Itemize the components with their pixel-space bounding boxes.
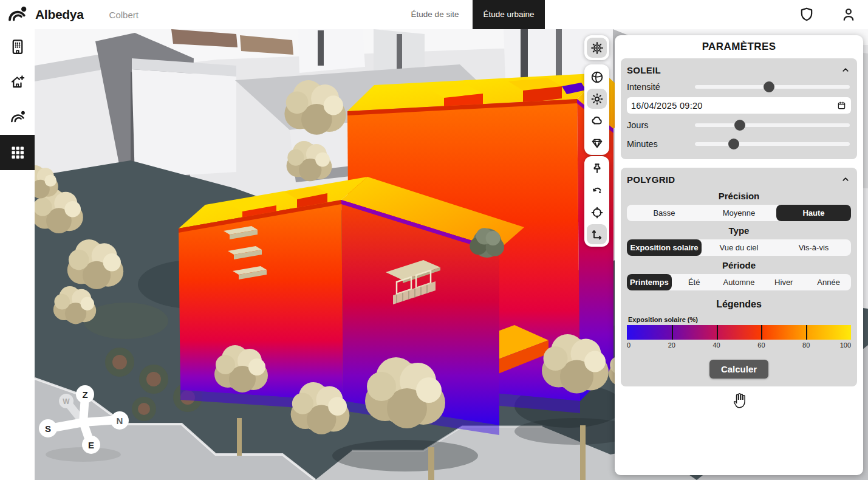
- tab-etude-urbaine[interactable]: Étude urbaine: [473, 0, 545, 29]
- heat-building-front: [179, 177, 524, 435]
- brand-name: Albedya: [35, 7, 84, 22]
- precision-segmented-control: BasseMoyenneHaute: [627, 205, 851, 221]
- parameters-panel: PARAMÈTRES SOLEIL Intensité 16/04/2025 0…: [615, 35, 863, 475]
- segment-option[interactable]: Exposition solaire: [627, 239, 702, 256]
- legend-tick-label: 20: [668, 341, 675, 349]
- building-icon: [9, 38, 27, 56]
- top-bar: Albedya Colbert Étude de site Étude urba…: [0, 0, 868, 29]
- grid-icon: [9, 144, 26, 161]
- gem-icon-button[interactable]: [587, 132, 607, 153]
- calculer-button[interactable]: Calculer: [709, 360, 768, 379]
- axes-icon: [590, 227, 604, 242]
- albedya-logo-icon: [8, 108, 27, 127]
- legend-title: Légendes: [627, 299, 851, 310]
- periode-segmented-control: PrintempsÉtéAutomneHiverAnnée: [627, 274, 851, 290]
- segment-option[interactable]: Automne: [717, 274, 762, 290]
- segment-option[interactable]: Moyenne: [702, 205, 776, 221]
- cloud-icon: [590, 114, 604, 128]
- legend-tick-label: 40: [713, 341, 720, 349]
- sidebar-item-grid[interactable]: [0, 135, 35, 170]
- gear-icon: [590, 41, 604, 55]
- legend-tick-label: 0: [627, 341, 630, 349]
- legend-tick-line: [761, 325, 762, 340]
- compass-north: N: [117, 416, 123, 426]
- compass-west: W: [63, 397, 70, 406]
- pin-icon: [590, 162, 604, 176]
- segment-option[interactable]: Hiver: [761, 274, 806, 290]
- soleil-title: SOLEIL: [627, 65, 661, 75]
- sidebar-item-building[interactable]: [0, 29, 35, 64]
- calendar-icon[interactable]: [836, 100, 847, 111]
- type-label: Type: [627, 225, 851, 236]
- sun-button[interactable]: [587, 89, 607, 109]
- segment-option[interactable]: Vue du ciel: [702, 239, 776, 256]
- legend-tick-label: 100: [840, 341, 851, 349]
- project-name: Colbert: [109, 10, 138, 20]
- brand: Albedya: [0, 2, 84, 27]
- legend-gradient-bar: [627, 325, 851, 340]
- segment-option[interactable]: Haute: [776, 205, 851, 221]
- gem-icon: [590, 135, 604, 150]
- albedya-logo-icon: [5, 2, 29, 27]
- legend-tick-labels: 020406080100: [627, 341, 851, 350]
- type-segmented-control: Exposition solaireVue du cielVis-à-vis: [627, 239, 851, 256]
- chevron-up-icon[interactable]: [840, 64, 851, 75]
- compass-south: S: [45, 423, 51, 434]
- legend-scale-label: Exposition solaire (%): [628, 316, 851, 323]
- settings-button[interactable]: [587, 38, 607, 58]
- datetime-input[interactable]: 16/04/2025 09:20: [627, 97, 851, 114]
- legend-tick-label: 60: [757, 341, 765, 349]
- intensity-slider[interactable]: [695, 85, 850, 89]
- legend-tick-line: [672, 325, 673, 340]
- toolbar-group-environment: [584, 64, 609, 155]
- left-sidebar: [0, 29, 35, 480]
- legend-tick-label: 80: [802, 341, 810, 349]
- compass-east: E: [88, 440, 94, 450]
- slider-thumb[interactable]: [728, 139, 739, 149]
- slider-thumb[interactable]: [734, 120, 745, 131]
- precision-label: Précision: [627, 191, 851, 201]
- cloud-button[interactable]: [587, 111, 607, 131]
- sidebar-item-albedya[interactable]: [0, 100, 35, 135]
- target-icon: [590, 205, 604, 220]
- segment-option[interactable]: Vis-à-vis: [776, 239, 851, 256]
- segment-option[interactable]: Basse: [627, 205, 702, 221]
- undo-button[interactable]: [587, 180, 607, 201]
- datetime-value: 16/04/2025 09:20: [631, 101, 836, 111]
- minutes-label: Minutes: [627, 139, 695, 149]
- section-polygrid: POLYGRID Précision BasseMoyenneHaute Typ…: [621, 168, 857, 386]
- slider-thumb[interactable]: [764, 81, 774, 92]
- house-add-icon: [9, 73, 27, 91]
- segment-option[interactable]: Été: [672, 274, 717, 290]
- pin-button[interactable]: [587, 159, 607, 179]
- segment-option[interactable]: Printemps: [627, 274, 672, 290]
- legend-tick-line: [806, 325, 807, 340]
- shield-icon[interactable]: [798, 6, 815, 23]
- section-soleil: SOLEIL Intensité 16/04/2025 09:20 Jours …: [621, 58, 857, 159]
- toolbar-group-settings: [584, 35, 609, 60]
- sidebar-item-house-add[interactable]: [0, 64, 35, 100]
- jours-slider[interactable]: [695, 123, 850, 127]
- sun-icon: [590, 92, 604, 106]
- periode-label: Période: [627, 260, 851, 270]
- chevron-up-icon[interactable]: [840, 174, 851, 185]
- user-icon[interactable]: [840, 6, 857, 23]
- tab-etude-de-site[interactable]: Étude de site: [396, 0, 474, 29]
- legend-tick-line: [717, 325, 718, 340]
- segment-option[interactable]: Année: [806, 274, 851, 290]
- globe-icon: [590, 70, 604, 84]
- polygrid-title: POLYGRID: [627, 174, 675, 185]
- intensity-label: Intensité: [627, 82, 695, 92]
- globe-button[interactable]: [587, 67, 607, 87]
- target-button[interactable]: [587, 202, 607, 222]
- axes-button[interactable]: [587, 224, 607, 244]
- compass-up: Z: [82, 389, 87, 400]
- jours-label: Jours: [627, 120, 695, 130]
- minutes-slider[interactable]: [695, 142, 850, 146]
- undo-icon: [590, 183, 604, 198]
- panel-title: PARAMÈTRES: [615, 35, 863, 53]
- toolbar-group-navigation: [584, 156, 609, 247]
